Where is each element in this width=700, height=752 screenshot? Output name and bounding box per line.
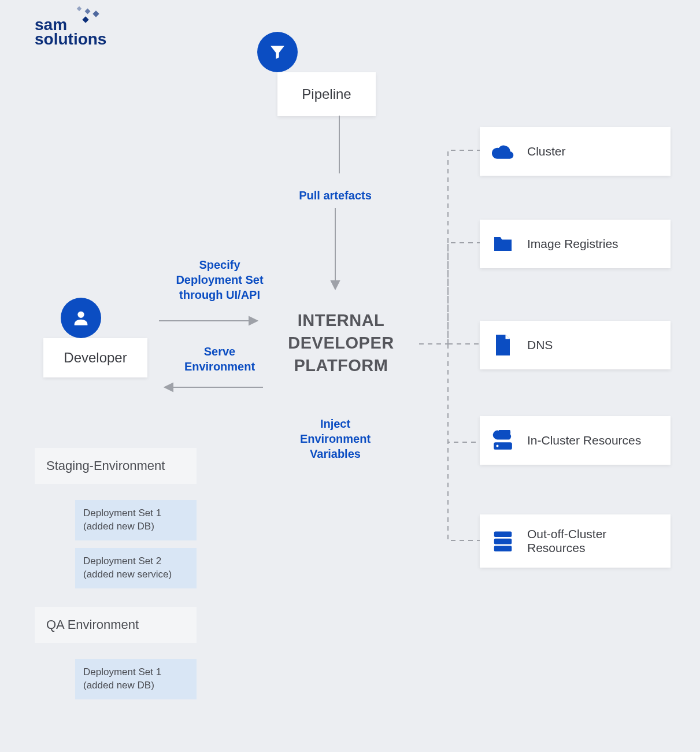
resource-dns: DNS xyxy=(480,321,671,369)
env-name: QA Environment xyxy=(46,617,139,632)
resource-label: In-Cluster Resources xyxy=(527,434,641,447)
cloud-icon xyxy=(491,140,514,163)
env-qa: QA Environment xyxy=(35,607,197,643)
resource-out-cluster: Out-off-Cluster Resources xyxy=(480,514,671,568)
folder-icon xyxy=(491,232,514,255)
resource-in-cluster: In-Cluster Resources xyxy=(480,416,671,465)
funnel-icon xyxy=(257,32,298,72)
flow-serve: Serve Environment xyxy=(168,344,272,374)
svg-rect-9 xyxy=(494,546,512,551)
deploy-staging-1: Deployment Set 1 (added new DB) xyxy=(75,500,197,540)
developer-label: Developer xyxy=(64,350,127,366)
resource-label: Cluster xyxy=(527,145,566,158)
database-icon xyxy=(491,529,514,553)
person-icon xyxy=(61,298,101,338)
pipeline-label: Pipeline xyxy=(302,86,351,102)
flow-inject: Inject Environment Variables xyxy=(283,416,387,461)
logo: sam solutions xyxy=(35,17,106,46)
file-icon xyxy=(491,334,514,357)
resource-cluster: Cluster xyxy=(480,127,671,176)
svg-point-6 xyxy=(496,444,498,447)
pipeline-node: Pipeline xyxy=(277,72,376,116)
developer-node: Developer xyxy=(43,338,147,377)
deploy-label: Deployment Set 1 (added new DB) xyxy=(83,666,161,691)
svg-rect-7 xyxy=(494,531,512,537)
svg-point-0 xyxy=(77,312,84,318)
cloud-stack-icon xyxy=(491,429,514,452)
deploy-qa-1: Deployment Set 1 (added new DB) xyxy=(75,659,197,699)
center-platform-title: INTERNAL DEVELOPER PLATFORM xyxy=(266,309,416,377)
env-name: Staging-Environment xyxy=(46,458,165,473)
resource-label: Image Registries xyxy=(527,237,618,251)
logo-line1: sam xyxy=(35,16,67,34)
deploy-staging-2: Deployment Set 2 (added new service) xyxy=(75,548,197,588)
resource-label: Out-off-Cluster Resources xyxy=(527,527,659,555)
deploy-label: Deployment Set 1 (added new DB) xyxy=(83,507,161,532)
flow-specify: Specify Deployment Set through UI/API xyxy=(168,257,272,302)
resource-label: DNS xyxy=(527,338,553,352)
env-staging: Staging-Environment xyxy=(35,448,197,484)
deploy-label: Deployment Set 2 (added new service) xyxy=(83,555,172,580)
flow-pull-artefacts: Pull artefacts xyxy=(289,188,382,203)
svg-rect-8 xyxy=(494,539,512,544)
resource-image-registries: Image Registries xyxy=(480,220,671,268)
